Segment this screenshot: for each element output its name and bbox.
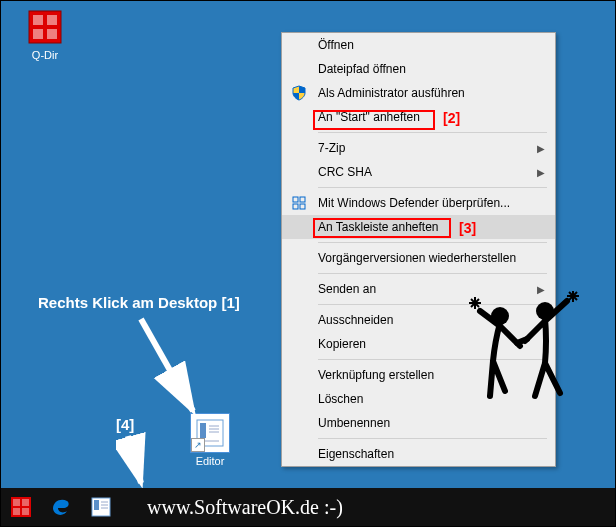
svg-line-16	[128, 436, 141, 483]
menu-separator	[318, 438, 547, 439]
shield-icon	[290, 84, 308, 102]
menu-separator	[318, 187, 547, 188]
chevron-right-icon: ▶	[537, 143, 545, 154]
menu-item-open[interactable]: Öffnen	[282, 33, 555, 57]
menu-label: Kopieren	[318, 337, 366, 351]
menu-label: An "Start" anheften	[318, 110, 420, 124]
menu-label: Senden an	[318, 282, 376, 296]
taskbar-item-qdir[interactable]	[7, 493, 35, 521]
desktop-icon-qdir[interactable]: Q-Dir	[15, 7, 75, 61]
menu-separator	[318, 273, 547, 274]
arrow-4	[116, 431, 166, 491]
svg-line-15	[141, 319, 193, 411]
menu-item-rename[interactable]: Umbenennen	[282, 411, 555, 435]
desktop-icon-label: Editor	[180, 455, 240, 467]
desktop-icon-label: Q-Dir	[15, 49, 75, 61]
annotation-right-click: Rechts Klick am Desktop [1]	[38, 294, 240, 311]
menu-label: Eigenschaften	[318, 447, 394, 461]
annotation-marker-2: [2]	[443, 110, 460, 126]
svg-rect-2	[47, 15, 57, 25]
menu-label: Verknüpfung erstellen	[318, 368, 434, 382]
menu-label: Vorgängerversionen wiederherstellen	[318, 251, 516, 265]
dancing-figures-icon	[465, 291, 585, 411]
menu-label: An Taskleiste anheften	[318, 220, 439, 234]
desktop-icon-editor[interactable]: ↗ Editor	[180, 413, 240, 467]
annotation-marker-4: [4]	[116, 416, 134, 433]
taskbar-item-edge[interactable]	[47, 493, 75, 521]
svg-rect-30	[13, 508, 20, 515]
annotation-marker-3: [3]	[459, 220, 476, 236]
menu-separator	[318, 132, 547, 133]
svg-rect-29	[22, 499, 29, 506]
menu-item-pin-taskbar[interactable]: An Taskleiste anheften	[282, 215, 555, 239]
menu-label: Umbenennen	[318, 416, 390, 430]
menu-label: Löschen	[318, 392, 363, 406]
menu-label: Öffnen	[318, 38, 354, 52]
menu-item-defender[interactable]: Mit Windows Defender überprüfen...	[282, 191, 555, 215]
shortcut-arrow-icon: ↗	[191, 438, 205, 452]
svg-rect-4	[47, 29, 57, 39]
chevron-right-icon: ▶	[537, 167, 545, 178]
qdir-icon	[25, 7, 65, 47]
menu-label: Als Administrator ausführen	[318, 86, 465, 100]
svg-rect-6	[200, 423, 206, 438]
taskbar: www.SoftwareOK.de :-)	[1, 488, 615, 526]
svg-rect-3	[33, 29, 43, 39]
taskbar-item-editor[interactable]	[87, 493, 115, 521]
svg-rect-33	[94, 500, 99, 510]
menu-label: 7-Zip	[318, 141, 345, 155]
editor-icon: ↗	[190, 413, 230, 453]
menu-separator	[318, 242, 547, 243]
menu-label: Ausschneiden	[318, 313, 393, 327]
svg-rect-14	[300, 204, 305, 209]
svg-rect-28	[13, 499, 20, 506]
svg-rect-13	[293, 204, 298, 209]
svg-rect-11	[293, 197, 298, 202]
menu-item-properties[interactable]: Eigenschaften	[282, 442, 555, 466]
menu-item-prev-versions[interactable]: Vorgängerversionen wiederherstellen	[282, 246, 555, 270]
svg-rect-31	[22, 508, 29, 515]
menu-item-crc-sha[interactable]: CRC SHA▶	[282, 160, 555, 184]
menu-label: CRC SHA	[318, 165, 372, 179]
svg-rect-12	[300, 197, 305, 202]
menu-label: Dateipfad öffnen	[318, 62, 406, 76]
menu-item-open-path[interactable]: Dateipfad öffnen	[282, 57, 555, 81]
menu-item-pin-start[interactable]: An "Start" anheften	[282, 105, 555, 129]
defender-icon	[290, 194, 308, 212]
menu-item-run-admin[interactable]: Als Administrator ausführen	[282, 81, 555, 105]
menu-label: Mit Windows Defender überprüfen...	[318, 196, 510, 210]
menu-item-7zip[interactable]: 7-Zip▶	[282, 136, 555, 160]
watermark-bottom: www.SoftwareOK.de :-)	[147, 496, 343, 519]
svg-rect-1	[33, 15, 43, 25]
